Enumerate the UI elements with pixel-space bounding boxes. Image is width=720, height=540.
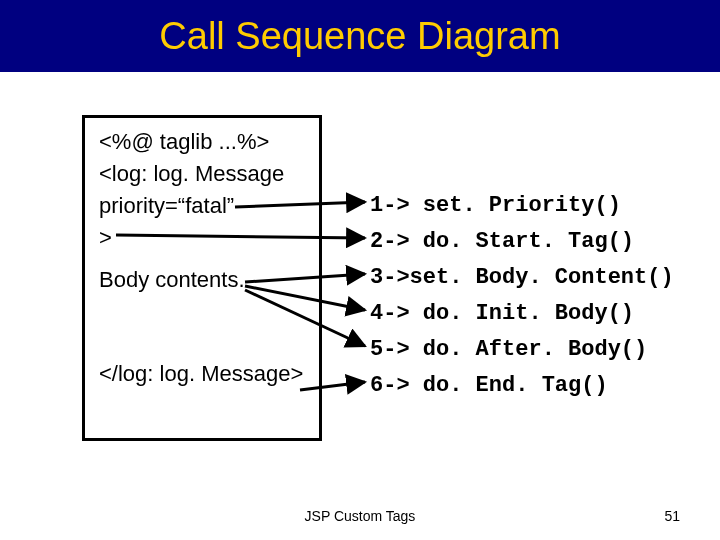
slide: Call Sequence Diagram <%@ taglib ...%> <… [0,0,720,540]
code-box: <%@ taglib ...%> <log: log. Message prio… [82,115,322,441]
code-line: priority=“fatal” [99,190,307,222]
code-line: <log: log. Message [99,158,307,190]
step-line: 4-> do. Init. Body() [370,296,700,332]
step-line: 3->set. Body. Content() [370,260,700,296]
code-line: <%@ taglib ...%> [99,126,307,158]
code-line: Body contents. [99,264,307,296]
step-line: 2-> do. Start. Tag() [370,224,700,260]
slide-title: Call Sequence Diagram [159,15,560,57]
slide-title-bar: Call Sequence Diagram [0,0,720,72]
page-number: 51 [664,508,680,524]
footer-label: JSP Custom Tags [0,508,720,524]
step-line: 6-> do. End. Tag() [370,368,700,404]
code-line: > [99,222,307,254]
step-line: 1-> set. Priority() [370,188,700,224]
code-line: </log: log. Message> [99,358,307,390]
step-line: 5-> do. After. Body() [370,332,700,368]
steps-column: 1-> set. Priority() 2-> do. Start. Tag()… [370,188,700,404]
